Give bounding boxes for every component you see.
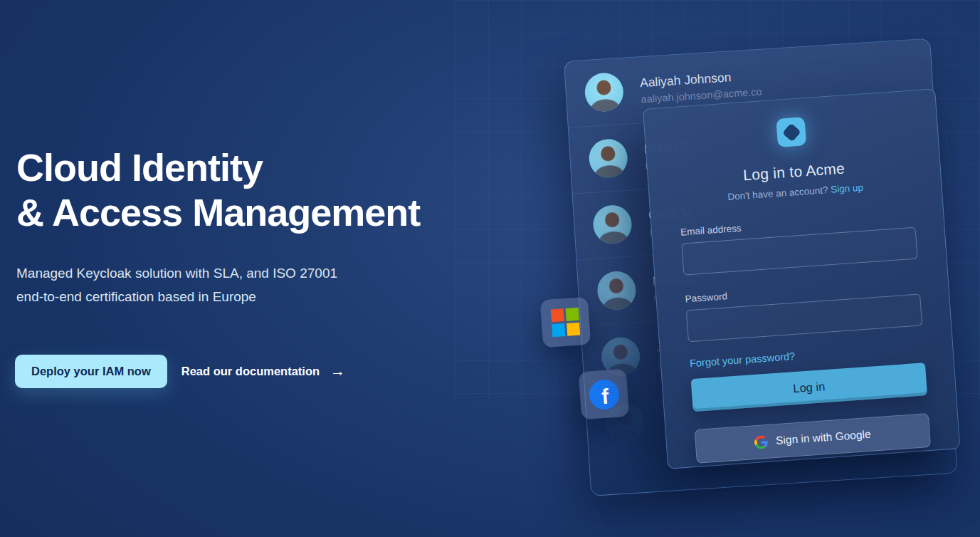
cta-row: Deploy your IAM now Read our documentati… — [15, 355, 345, 388]
login-card: Log in to Acme Don't have an account? Si… — [643, 88, 960, 469]
hero-subtitle: Managed Keycloak solution with SLA, and … — [16, 262, 515, 308]
microsoft-icon — [551, 308, 581, 338]
title-line-2: & Access Management — [16, 190, 515, 235]
login-button[interactable]: Log in — [691, 363, 927, 412]
google-signin-label: Sign in with Google — [776, 428, 871, 447]
user-avatar — [584, 72, 624, 113]
google-g-icon — [754, 434, 769, 449]
forgot-password-link[interactable]: Forgot your password? — [690, 350, 796, 369]
page-title: Cloud Identity & Access Management — [16, 145, 515, 235]
title-line-1: Cloud Identity — [16, 145, 515, 190]
user-avatar — [592, 204, 633, 245]
landing-page: Aaliyah Johnson aaliyah.johnson@acme.co … — [0, 0, 980, 537]
acme-app-icon — [776, 117, 806, 147]
deploy-iam-button[interactable]: Deploy your IAM now — [15, 355, 167, 388]
read-documentation-link[interactable]: Read our documentation → — [181, 363, 345, 380]
user-avatar — [596, 270, 637, 311]
facebook-provider-tile: f — [579, 369, 630, 420]
hero-section: Cloud Identity & Access Management Manag… — [16, 145, 515, 309]
signup-link[interactable]: Sign up — [831, 182, 864, 195]
arrow-right-icon: → — [330, 363, 345, 380]
microsoft-provider-tile — [540, 297, 591, 348]
facebook-icon: f — [588, 378, 620, 410]
diamond-glyph — [781, 122, 801, 142]
user-avatar — [588, 138, 628, 179]
read-documentation-label: Read our documentation — [181, 365, 320, 378]
